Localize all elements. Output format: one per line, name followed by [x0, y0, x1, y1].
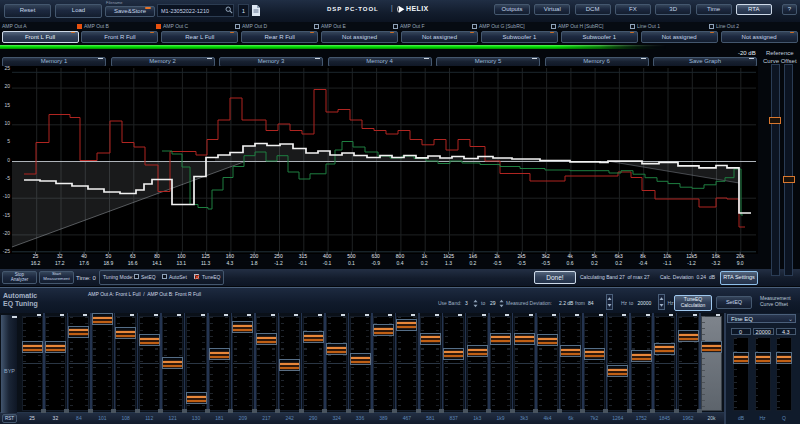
- svg-text:-20: -20: [3, 230, 10, 236]
- svg-text:-5: -5: [6, 175, 11, 181]
- svg-text:25: 25: [4, 66, 10, 71]
- svg-text:10: 10: [4, 120, 10, 126]
- svg-text:-25: -25: [3, 248, 10, 254]
- svg-text:20: 20: [4, 83, 10, 89]
- svg-text:5: 5: [7, 138, 10, 144]
- svg-text:-15: -15: [3, 212, 10, 218]
- svg-text:-10: -10: [3, 193, 10, 199]
- svg-text:0: 0: [7, 157, 10, 163]
- svg-text:15: 15: [4, 102, 10, 108]
